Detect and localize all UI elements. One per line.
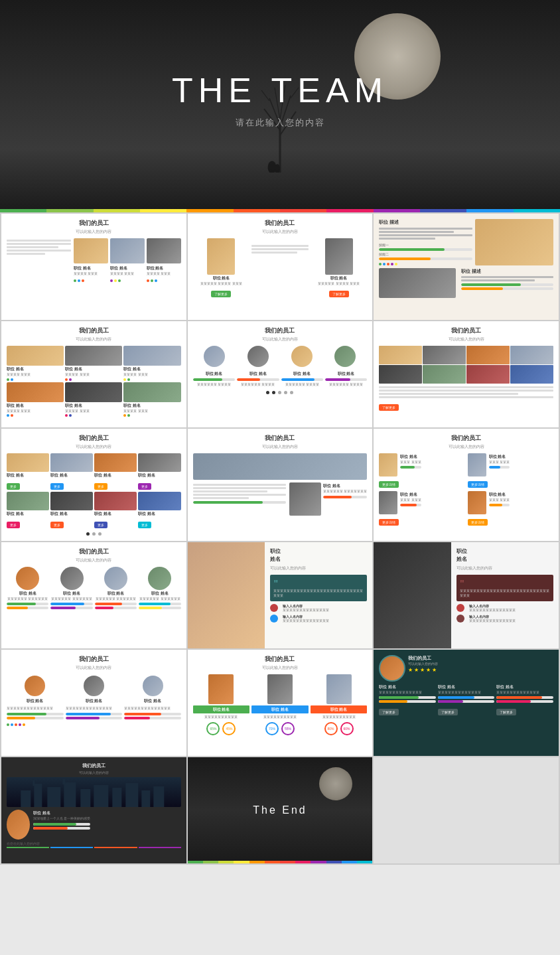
svg-rect-19 [112, 788, 121, 807]
svg-rect-21 [141, 790, 150, 807]
svg-rect-15 [64, 782, 76, 807]
slide-3-1: 我们的员工 可以此输入您的内容 职位 姓名 更多 职位 姓名 更多 职位 姓名 … [1, 429, 186, 541]
slide-2-3-heading: 我们的员工 [379, 327, 553, 335]
slide-3-1-subheading: 可以此输入您的内容 [7, 444, 181, 450]
slide-4-1: 我们的员工 可以此输入您的内容 职位 姓名 某某某某某某 某某某某某某 职位 姓… [1, 542, 186, 648]
end-title: The End [253, 804, 307, 816]
slide-5-2-subheading: 可以此输入您的内容 [193, 665, 368, 671]
slide-2-1-heading: 我们的员工 [7, 327, 181, 335]
slide-2-3: 我们的员工 可以此输入您的内容 了解更多 [374, 321, 559, 427]
slide-2-1-subheading: 可以此输入您的内容 [7, 336, 181, 342]
slide-1-2: 我们的员工 可以此输入您的内容 职位 姓名 某某某某某 某某某某 某某某 了解更… [188, 214, 373, 320]
slide-1-1-heading: 我们的员工 [7, 219, 181, 228]
slide-3-2-subheading: 可以此输入您的内容 [193, 444, 368, 450]
slide-4-1-subheading: 可以此输入您的内容 [7, 557, 181, 563]
slide-1-3-heading: 职位 描述 [379, 219, 472, 226]
slide-4-3: 职位 姓名 可以此输入您的内容 " 某某某某某某某某某某某某某某某某某某某某某某… [374, 542, 559, 648]
slide-2-2-heading: 我们的员工 [193, 327, 368, 335]
slide-1-1: 我们的员工 可以此输入您的内容 [1, 214, 186, 320]
person-name-1: 职位 姓名 [74, 265, 108, 271]
empty-cell [374, 757, 559, 863]
slide-3-2: 我们的员工 可以此输入您的内容 职位 姓名 某某某 [188, 429, 373, 541]
hero-title: THE TEAM [172, 70, 388, 110]
last-row-grid: 我们的员工 可以此输入您的内容 职位 姓名 深深 [0, 757, 560, 865]
slide-3-1-heading: 我们的员工 [7, 434, 181, 443]
svg-rect-20 [125, 783, 138, 807]
slide-1-3: 职位 描述 技能一 技能二 [374, 214, 559, 320]
end-colorbar [188, 861, 373, 863]
slide-1-2-heading: 我们的员工 [193, 219, 368, 228]
slide-5-3: 我们的员工 可以此输入您的内容 ★ ★ ★ ★ ★ 职位 姓名 某某某某某某某某… [374, 650, 559, 756]
slide-4-2: 职位 姓名 可以此输入您的内容 " 某某某某某某某某某某某某某某某某某某某某某某… [188, 542, 373, 648]
person-desc-1: 某某某某 某某某 [74, 271, 108, 276]
slide-3-2-heading: 我们的员工 [193, 434, 368, 443]
svg-rect-12 [34, 784, 42, 807]
slide-2-2-subheading: 可以此输入您的内容 [193, 336, 368, 342]
slide-end: The End [188, 757, 373, 863]
svg-rect-17 [80, 789, 90, 807]
slide-1-2-subheading: 可以此输入您的内容 [193, 229, 368, 235]
slide-5-1: 我们的员工 可以此输入您的内容 职位 姓名 职位 姓名 职位 姓名 某某某某某某… [1, 650, 186, 756]
slide-5-1-heading: 我们的员工 [7, 655, 181, 664]
slide-2-2: 我们的员工 可以此输入您的内容 职位 姓名 某某某某某某 某某某某 职 [188, 321, 373, 427]
slide-4-1-heading: 我们的员工 [7, 548, 181, 556]
hero-slide: THE TEAM 请在此输入您的内容 [0, 0, 560, 212]
svg-rect-18 [94, 785, 108, 807]
slide-3-3-heading: 我们的员工 [379, 434, 553, 443]
svg-rect-16 [62, 779, 65, 784]
svg-rect-22 [153, 786, 164, 807]
slide-5-2: 我们的员工 可以此输入您的内容 职位 姓名 某某某某某某某某某某 65% 45% [188, 650, 373, 756]
slide-last-1: 我们的员工 可以此输入您的内容 职位 姓名 深深 [1, 757, 186, 863]
hero-colorbar [0, 209, 560, 212]
svg-rect-14 [47, 787, 60, 807]
slide-1-1-subheading: 可以此输入您的内容 [7, 229, 181, 235]
svg-rect-11 [21, 790, 31, 807]
slide-3-3-subheading: 可以此输入您的内容 [379, 444, 553, 450]
slide-5-2-heading: 我们的员工 [193, 655, 368, 664]
slide-3-3: 我们的员工 可以此输入您的内容 职位 姓名 某某某 某某某 更多详情 [374, 429, 559, 541]
slides-grid: 我们的员工 可以此输入您的内容 [0, 212, 560, 757]
slide-5-1-subheading: 可以此输入您的内容 [7, 665, 181, 671]
slide-2-3-subheading: 可以此输入您的内容 [379, 336, 553, 342]
slide-2-1: 我们的员工 可以此输入您的内容 职位 姓名 某某某某 某某某 职位 姓名 某某某… [1, 321, 186, 427]
svg-rect-13 [33, 780, 35, 786]
hero-subtitle: 请在此输入您的内容 [236, 117, 325, 129]
